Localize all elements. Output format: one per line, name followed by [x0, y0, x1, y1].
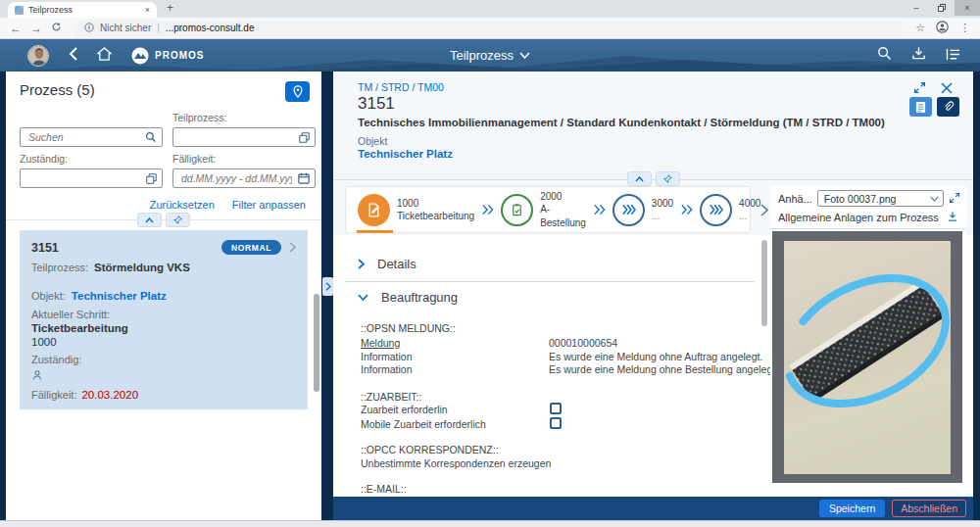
window-minimize-button[interactable]: – — [904, 0, 929, 16]
header-left: PROMOS — [27, 39, 204, 72]
reset-filters-link[interactable]: Zurücksetzen — [150, 199, 215, 211]
group-title-email: ::E-MAIL:: — [361, 483, 407, 495]
content-scrollbar[interactable] — [761, 240, 767, 326]
attachment-button[interactable] — [937, 97, 959, 117]
notes-button[interactable] — [909, 97, 932, 117]
attachment-expand-icon[interactable] — [949, 190, 960, 208]
value-help-icon[interactable] — [299, 132, 310, 143]
pin-header-button[interactable] — [656, 171, 680, 186]
clipboard-check-icon — [501, 194, 533, 226]
zuarbeit-checkbox[interactable] — [550, 403, 562, 414]
flow-separator-icon — [593, 204, 606, 216]
mobile-zuarbeit-checkbox[interactable] — [550, 417, 562, 429]
process-card[interactable]: 3151 NORMAL Teilprozess:Störmeldung VKS … — [20, 230, 308, 409]
detail-panel: TM / STRD / TM00 3151 Technisches Immobi… — [333, 72, 973, 520]
panel-expander-button[interactable] — [322, 277, 333, 296]
app-body: Prozess (5) Teilprozess: — [0, 72, 980, 520]
group-title-zuarbeit: ::ZUARBEIT:: — [361, 391, 421, 403]
attachment-photo[interactable] — [772, 231, 962, 487]
home-icon[interactable] — [97, 47, 112, 65]
card-teilprozess-label: Teilprozess: — [31, 262, 88, 273]
complete-button[interactable]: Abschließen — [892, 500, 966, 517]
flow-separator-icon — [680, 204, 693, 216]
pin-filter-button[interactable] — [166, 213, 190, 227]
filter-divider — [6, 219, 321, 220]
korrespondenz-action[interactable]: Unbestimmte Korrespondenzen erzeugen — [361, 457, 551, 469]
search-icon[interactable] — [877, 46, 892, 65]
profile-icon[interactable] — [936, 20, 949, 37]
expand-icon[interactable] — [913, 80, 926, 98]
browser-toolbar: ← → Nicht sicher | ...promos-consult.de … — [0, 18, 980, 39]
teilprozess-input[interactable] — [179, 130, 295, 144]
card-schritt-value: Ticketbearbeitung — [31, 322, 128, 334]
reload-icon[interactable] — [51, 22, 62, 34]
adapt-filters-link[interactable]: Filter anpassen — [232, 199, 306, 211]
title-chevron-down-icon — [519, 52, 530, 59]
nav-back-icon[interactable] — [69, 47, 77, 65]
filter-bar: Teilprozess: Zuständig: — [6, 102, 321, 188]
card-chevron-right-icon[interactable] — [289, 242, 296, 253]
breadcrumb[interactable]: TM / STRD / TM00 — [358, 81, 444, 93]
download-icon[interactable] — [911, 46, 926, 65]
flow-step-ticketbearbeitung[interactable]: 1000 Ticketbearbeitung — [358, 194, 474, 226]
meldung-link[interactable]: Meldung — [361, 337, 400, 349]
browser-menu-icon[interactable]: ⋮ — [959, 22, 970, 34]
teilprozess-label: Teilprozess: — [172, 112, 316, 125]
map-pin-button[interactable] — [285, 81, 310, 102]
window-close-button[interactable]: × — [955, 0, 980, 16]
header-right — [877, 39, 960, 72]
section-divider — [345, 281, 755, 282]
flow-separator-icon — [481, 204, 494, 216]
forward-icon[interactable]: → — [30, 23, 42, 34]
zustaendig-label: Zuständig: — [20, 153, 163, 167]
information-value: Es wurde eine Meldung ohne Auftrag angel… — [549, 351, 762, 362]
faelligkeit-field[interactable] — [172, 168, 316, 188]
card-objekt-link[interactable]: Technischer Platz — [72, 290, 167, 302]
section-beauftragung[interactable]: Beauftragung — [358, 290, 458, 305]
flow-step-label: ... — [739, 210, 760, 223]
info-icon[interactable] — [84, 23, 94, 34]
value-help-icon[interactable] — [146, 173, 157, 184]
flow-step-number: 3000 — [652, 197, 673, 211]
meldung-value: 000010000654 — [549, 337, 617, 349]
flow-step-3000[interactable]: 3000 ... — [612, 194, 673, 226]
flow-scroll-right-icon[interactable] — [760, 204, 768, 216]
priority-badge: NORMAL — [221, 240, 281, 255]
teilprozess-field[interactable] — [172, 127, 316, 147]
search-input[interactable] — [26, 130, 141, 144]
toolbar-right: ☆ ⋮ — [915, 20, 970, 37]
faelligkeit-input[interactable] — [179, 171, 294, 185]
browser-tab[interactable]: Teilprozess × — [8, 2, 157, 18]
information-label: Information — [361, 363, 413, 375]
card-objekt-label: Objekt: — [31, 290, 66, 302]
new-tab-button[interactable]: + — [167, 1, 173, 15]
list-scrollbar[interactable] — [314, 294, 319, 392]
general-attachments-link[interactable]: Allgemeine Anlagen zum Prozess — [778, 212, 939, 223]
bookmark-star-icon[interactable]: ☆ — [915, 22, 925, 34]
tab-close-icon[interactable]: × — [145, 5, 150, 15]
flow-step-number: 1000 — [397, 197, 474, 211]
flow-step-a-bestellung[interactable]: 2000 A-Bestellung — [501, 190, 586, 230]
attachment-select[interactable]: Foto 00037.png — [817, 190, 944, 207]
download-attachment-icon[interactable] — [947, 211, 958, 224]
collapse-header-button[interactable] — [627, 171, 652, 186]
close-icon[interactable] — [941, 80, 953, 98]
chevron-down-icon — [358, 294, 368, 301]
flow-step-4000[interactable]: 4000 ... — [700, 194, 760, 226]
zustaendig-field[interactable] — [20, 168, 163, 188]
section-details[interactable]: Details — [358, 257, 416, 271]
avatar[interactable] — [27, 45, 49, 67]
collapse-filter-button[interactable] — [137, 213, 162, 227]
mobile-zuarbeit-checkbox-label: Mobile Zuarbeit erforderlich — [361, 418, 486, 430]
search-icon[interactable] — [145, 131, 157, 143]
back-icon[interactable]: ← — [10, 23, 22, 34]
search-field[interactable] — [20, 127, 163, 147]
save-button[interactable]: Speichern — [819, 500, 885, 517]
promos-logo[interactable]: PROMOS — [131, 47, 204, 65]
log-list-icon[interactable] — [946, 47, 960, 65]
address-bar[interactable]: Nicht sicher | ...promos-consult.de — [74, 21, 903, 36]
zustaendig-input[interactable] — [26, 171, 142, 185]
calendar-icon[interactable] — [298, 172, 310, 184]
window-restore-button[interactable] — [929, 0, 955, 16]
objekt-link[interactable]: Technischer Platz — [358, 148, 453, 160]
